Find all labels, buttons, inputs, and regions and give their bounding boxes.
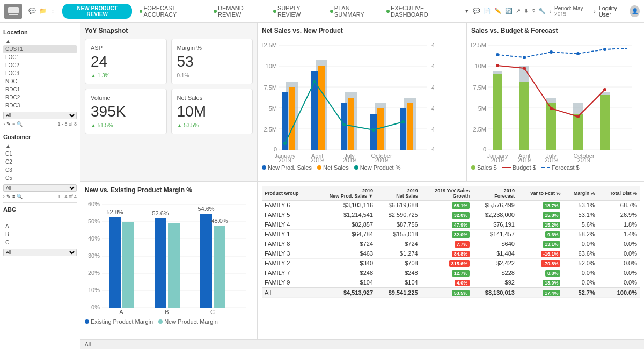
nav-more[interactable]: ▾ [465,8,469,14]
location-all-select[interactable]: All [3,112,77,119]
sidebar-abc-a[interactable]: A [3,222,77,230]
svg-text:12.5M: 12.5M [471,42,486,48]
col-family: Product Group [262,186,313,201]
kpi-grid: ASP 24 1.3% Margin % 53 0.1% Volume 395K… [85,39,253,134]
file-icon[interactable]: 📄 [484,8,491,14]
sidebar-location-ndc[interactable]: NDC [3,77,77,85]
abc-all-select[interactable]: All [3,249,77,256]
svg-rect-105 [155,218,166,308]
nav-forecast-accuracy[interactable]: FORECAST ACCURACY [140,5,206,18]
svg-text:2019: 2019 [545,157,558,162]
prev-period[interactable]: ‹ [549,8,551,14]
edit-icon[interactable]: ✏️ [494,8,502,14]
header-right: 💬 📄 ✏️ 🔄 ↗ ⬇ ? 🔧 ‹ Period: May 2019 › Lo… [473,5,640,18]
loc-menu[interactable]: ≡ [12,121,15,127]
help-icon[interactable]: ? [532,8,535,14]
charts-top-row: YoY Snapshot ASP 24 1.3% Margin % 53 0.1… [80,23,644,181]
col-growth: 2019 YoY SalesGrowth [421,186,473,201]
cell-net-sales: $104 [376,278,421,288]
sidebar-location-rdc2[interactable]: RDC2 [3,93,77,101]
chat-icon[interactable]: 💬 [28,8,36,14]
sidebar-customer-c2[interactable]: C2 [3,158,77,166]
sidebar-customer-c5[interactable]: C5 [3,174,77,182]
loc-arrow-left[interactable]: › [3,121,5,127]
sales-budget-title: Sales vs. Budget & Forecast [471,27,640,34]
cell-forecast: $76,191 [472,220,517,229]
cust-search[interactable]: 🔍 [17,194,23,199]
netsales-change: 53.5% [177,122,247,128]
nav-supply-review[interactable]: SUPPLY REVIEW [273,5,321,18]
comment-icon[interactable]: 💬 [473,8,480,14]
svg-text:50%: 50% [88,218,100,224]
cell-margin: 0.0% [563,239,597,249]
sidebar-customer-collapse[interactable]: ▲ [3,142,77,150]
sidebar-location-rdc3[interactable]: RDC3 [3,101,77,110]
loc-edit[interactable]: ✎ [6,121,11,127]
asp-value: 24 [91,53,161,70]
sidebar-location-cust1[interactable]: CUST1 [3,45,77,53]
cell-var-fcst: 8.8% [517,268,564,278]
cust-menu[interactable]: ≡ [12,194,15,199]
svg-text:47.3: 47.3 [431,146,434,152]
sidebar-customer-c1[interactable]: C1 [3,150,77,158]
cell-family: FAMILY 1 [262,229,313,239]
sidebar-location-collapse[interactable]: ▲ [3,37,77,45]
customer-all-select[interactable]: All [3,184,77,192]
svg-text:20%: 20% [88,270,100,276]
sidebar-location-loc3[interactable]: LOC3 [3,69,77,77]
cell-var-fcst: 18.7% [517,200,564,210]
loc-search[interactable]: 🔍 [17,121,23,127]
sidebar-abc-b[interactable]: B [3,230,77,238]
nav-executive-dashboard[interactable]: EXECUTIVE DASHBOARD [386,5,458,18]
nav-demand-review[interactable]: DEMAND REVIEW [214,5,265,18]
cell-dist: 1.8% [598,220,640,229]
sidebar-abc-c[interactable]: C [3,238,77,246]
svg-text:2019: 2019 [491,157,504,162]
svg-text:47.38: 47.38 [431,63,434,69]
net-sales-svg: 12.5M 10M 7.5M 5M 2.5M 0 47.4 47.38 47.3… [262,39,434,162]
svg-point-36 [313,80,316,83]
sidebar-location-loc1[interactable]: LOC1 [3,53,77,61]
cust-edit[interactable]: ✎ [6,194,11,199]
col-new-prod[interactable]: 2019New Prod. Sales ▼ [313,186,376,201]
cell-new-prod: $248 [313,268,376,278]
svg-point-79 [603,48,606,51]
settings-icon[interactable]: 🔧 [538,8,546,14]
cell-new-prod: $1,214,541 [313,210,376,220]
col-margin: Margin % [563,186,597,201]
main-layout: Location ▲ CUST1 LOC1 LOC2 LOC3 NDC RDC1… [0,23,644,349]
svg-rect-0 [8,7,19,13]
cell-growth: 12.7% [421,268,473,278]
sidebar-location-loc2[interactable]: LOC2 [3,61,77,69]
download-icon[interactable]: ⬇ [524,8,529,14]
cell-margin: 58.2% [563,229,597,239]
svg-text:47.4: 47.4 [431,42,434,48]
sidebar-location-rdc1[interactable]: RDC1 [3,85,77,93]
cell-new-prod: $724 [313,239,376,249]
sidebar-customer-c3[interactable]: C3 [3,166,77,174]
svg-text:47.36: 47.36 [431,84,434,91]
svg-text:2019: 2019 [375,157,388,162]
svg-text:10%: 10% [88,287,100,293]
footer-dist: 100.0% [598,288,640,298]
cell-new-prod: $64,784 [313,229,376,239]
customer-pagination: 1 - 4 of 4 [57,194,77,199]
cell-margin: 63.6% [563,249,597,258]
cust-arrow-left[interactable]: › [3,194,5,199]
legend-new-margin: New Product Margin [158,318,218,325]
share-icon[interactable]: ↗ [516,8,521,14]
more-icon[interactable]: ⋮ [50,8,56,14]
cell-growth: 315.6% [421,258,473,268]
yoy-snapshot-panel: YoY Snapshot ASP 24 1.3% Margin % 53 0.1… [80,23,258,181]
cell-dist: 68.7% [598,200,640,210]
new-product-review-btn[interactable]: NEW PRODUCT REVIEW [62,4,131,19]
cell-var-fcst: 15.2% [517,220,564,229]
cell-family: FAMILY 4 [262,220,313,229]
folder-icon[interactable]: 📁 [39,8,47,14]
sidebar-abc-collapse[interactable]: - [3,214,77,222]
refresh-icon[interactable]: 🔄 [505,8,513,14]
next-period[interactable]: › [594,8,596,14]
table-row: FAMILY 1 $64,784 $155,018 32.0% $141,457… [262,229,640,239]
cell-dist: 0.0% [598,278,640,288]
nav-plan-summary[interactable]: PLAN SUMMARY [330,5,378,18]
